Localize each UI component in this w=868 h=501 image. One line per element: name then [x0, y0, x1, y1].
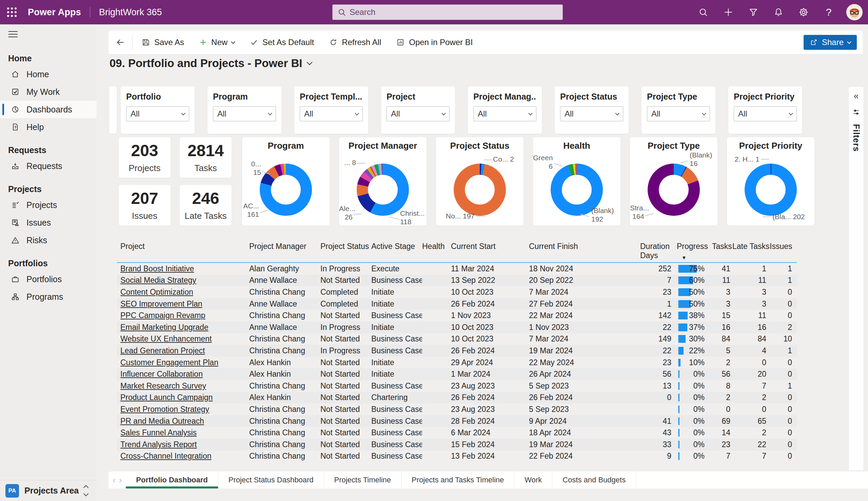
project-type-donut-chart[interactable]	[648, 163, 700, 216]
column-header-late-tasks[interactable]: Late Tasks	[732, 242, 770, 251]
project-link[interactable]: Event Promotion Strategy	[121, 405, 209, 414]
sidebar-item-home[interactable]: Home	[0, 65, 97, 83]
help-icon[interactable]: ?	[821, 3, 836, 22]
project-link[interactable]: Content Optimization	[121, 288, 193, 296]
environment-name[interactable]: BrightWork 365	[99, 7, 162, 18]
project-link[interactable]: Lead Generation Project	[121, 346, 205, 355]
table-row[interactable]: Product Launch Campaign Alex Hankin Not …	[117, 392, 797, 404]
filter-funnel-icon[interactable]	[746, 3, 761, 22]
project-link[interactable]: Brand Boost Initiative	[121, 264, 194, 273]
project-status-donut-chart[interactable]	[454, 163, 506, 216]
project-link[interactable]: Market Research Survey	[121, 381, 206, 390]
project-link[interactable]: Influencer Collaboration	[121, 370, 203, 379]
program-donut-chart[interactable]	[260, 163, 312, 216]
new-button[interactable]: New	[199, 38, 234, 47]
table-row[interactable]: Content Optimization Christina Chang Com…	[117, 286, 797, 298]
sidebar-item-programs[interactable]: Programs	[0, 288, 97, 306]
filter-dropdown[interactable]: All	[387, 106, 450, 121]
report-tab[interactable]: Project Status Dashboard	[218, 471, 324, 489]
project-link[interactable]: Product Launch Campaign	[121, 393, 212, 402]
table-row[interactable]: Brand Boost Initiative Alan Geraghty In …	[117, 263, 797, 275]
sidebar-item-requests[interactable]: Requests	[0, 157, 97, 175]
report-tab[interactable]: Costs and Budgets	[552, 471, 636, 489]
sidebar-item-my-work[interactable]: My Work	[0, 83, 97, 100]
notifications-bell-icon[interactable]	[771, 3, 786, 22]
project-link[interactable]: Trend Analysis Report	[121, 440, 197, 449]
tabs-scroll-right-icon[interactable]: ›	[119, 475, 122, 486]
column-header-current-start[interactable]: Current Start	[451, 242, 529, 251]
kpi-tasks[interactable]: 2814 Tasks	[180, 137, 232, 178]
set-as-default-button[interactable]: Set As Default	[250, 38, 314, 47]
sidebar-item-dashboards[interactable]: Dashboards	[0, 100, 97, 118]
sidebar-collapse-icon[interactable]	[3, 24, 23, 44]
new-plus-icon[interactable]	[721, 3, 736, 22]
column-header-duration-days[interactable]: DurationDays	[637, 242, 671, 260]
column-header-project-manager[interactable]: Project Manager	[249, 242, 321, 251]
filter-dropdown[interactable]: All	[473, 106, 536, 121]
table-row[interactable]: Cross-Channel Integration Christina Chan…	[117, 450, 797, 462]
column-header-active-stage[interactable]: Active Stage	[371, 242, 422, 251]
search-icon-button[interactable]	[696, 3, 711, 22]
table-row[interactable]: SEO Improvement Plan Anne Wallace Comple…	[117, 298, 797, 310]
project-link[interactable]: Customer Engagement Plan	[121, 358, 218, 367]
kpi-late-tasks[interactable]: 246 Late Tasks	[180, 185, 232, 226]
sidebar-item-help[interactable]: ? Help	[0, 118, 97, 136]
table-row[interactable]: Social Media Strategy Anne Wallace Not S…	[117, 275, 797, 287]
search-input[interactable]	[349, 8, 558, 17]
sidebar-item-risks[interactable]: Risks	[0, 231, 97, 249]
table-row[interactable]: PPC Campaign Revamp Christina Chang Not …	[117, 310, 797, 321]
table-row[interactable]: Influencer Collaboration Alex Hankin Not…	[117, 368, 797, 380]
tabs-scroll-left-icon[interactable]: ‹	[113, 475, 116, 486]
project-link[interactable]: SEO Improvement Plan	[121, 299, 202, 308]
table-row[interactable]: Trend Analysis Report Christina Chang No…	[117, 439, 797, 450]
collapse-rail-icon[interactable]: «	[854, 92, 858, 100]
save-as-button[interactable]: Save As	[142, 38, 184, 47]
app-name[interactable]: Power Apps	[28, 7, 81, 18]
column-header-current-finish[interactable]: Current Finish	[529, 242, 637, 251]
global-search[interactable]	[332, 4, 563, 20]
column-header-project-status[interactable]: Project Status	[321, 242, 371, 251]
waffle-menu-icon[interactable]	[0, 0, 24, 24]
table-row[interactable]: Lead Generation Project Christina Chang …	[117, 345, 797, 357]
column-header-health[interactable]: Health	[422, 242, 451, 251]
column-header-project[interactable]: Project	[117, 242, 249, 251]
project-link[interactable]: Sales Funnel Analysis	[121, 428, 197, 437]
table-row[interactable]: Market Research Survey Christina Chang N…	[117, 380, 797, 392]
open-in-power-bi-button[interactable]: Open in Power BI	[396, 38, 473, 47]
project-priority-donut-chart[interactable]	[745, 163, 797, 216]
filter-dropdown[interactable]: All	[734, 106, 797, 121]
user-avatar[interactable]	[846, 4, 862, 20]
report-tab[interactable]: Work	[514, 471, 552, 489]
sidebar-item-portfolios[interactable]: Portfolios	[0, 270, 97, 288]
table-row[interactable]: Customer Engagement Plan Alex Hankin Not…	[117, 357, 797, 369]
sidebar-item-issues[interactable]: Issues	[0, 214, 97, 231]
project-link[interactable]: PR and Media Outreach	[121, 417, 204, 425]
project-link[interactable]: Social Media Strategy	[121, 276, 196, 285]
table-row[interactable]: Sales Funnel Analysis Christina Chang No…	[117, 427, 797, 439]
kpi-issues[interactable]: 207 Issues	[119, 185, 170, 226]
filter-dropdown[interactable]: All	[300, 106, 363, 121]
dashboard-title-row[interactable]: 09. Portfolio and Projects - Power BI	[109, 57, 312, 70]
sidebar-item-projects[interactable]: Projects	[0, 196, 97, 214]
refresh-all-button[interactable]: Refresh All	[329, 38, 381, 47]
environment-area-switcher[interactable]: PA Projects Area	[0, 480, 97, 501]
table-row[interactable]: Event Promotion Strategy Christina Chang…	[117, 403, 797, 415]
filter-dropdown[interactable]: All	[560, 106, 623, 121]
column-header-tasks[interactable]: Tasks	[712, 242, 732, 251]
kpi-projects[interactable]: 203 Projects	[119, 137, 170, 178]
project-manager-donut-chart[interactable]	[357, 163, 409, 216]
table-row[interactable]: Website UX Enhancement Christina Chang N…	[117, 333, 797, 345]
filters-rail-label[interactable]: Filters	[851, 124, 861, 152]
filter-dropdown[interactable]: All	[213, 106, 276, 121]
project-link[interactable]: Email Marketing Upgrade	[121, 323, 209, 332]
project-link[interactable]: Cross-Channel Integration	[121, 451, 211, 460]
column-header-issues[interactable]: Issues	[770, 242, 797, 251]
column-header-progress[interactable]: Progress▼	[671, 242, 712, 262]
project-link[interactable]: Website UX Enhancement	[121, 334, 211, 343]
filter-dropdown[interactable]: All	[647, 106, 710, 121]
table-row[interactable]: Email Marketing Upgrade Anne Wallace In …	[117, 321, 797, 333]
report-tab[interactable]: Portfolio Dashboard	[126, 471, 218, 489]
settings-gear-icon[interactable]	[796, 3, 811, 22]
share-button[interactable]: Share	[804, 35, 857, 50]
report-tab[interactable]: Projects Timeline	[324, 471, 402, 489]
